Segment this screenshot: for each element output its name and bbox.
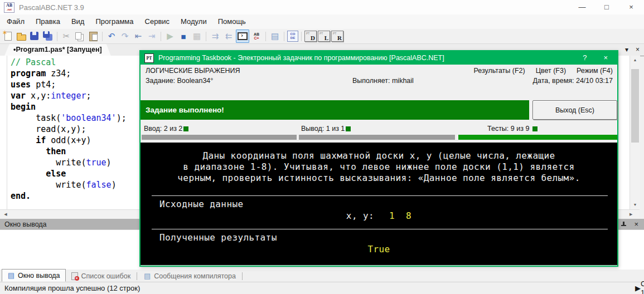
taskbook-help-icon[interactable]: ? [583, 51, 587, 65]
tab-1[interactable]: Окно вывода [2, 269, 66, 282]
vertical-scroll-thumb[interactable] [631, 69, 639, 143]
icon-text: DE [290, 36, 295, 40]
menu-item-6[interactable]: Модули [175, 14, 212, 29]
menu-item-4[interactable]: Программа [90, 14, 139, 29]
copy-icon[interactable] [74, 30, 86, 42]
input-header: Исходные данные [159, 199, 244, 210]
taskbook-close-icon[interactable]: × [603, 51, 608, 65]
console-divider [152, 195, 608, 196]
maximize-icon[interactable]: □ [602, 0, 612, 14]
toolbar-separator [265, 32, 266, 41]
icon-letter: D [311, 35, 315, 41]
bottom-tabs: Окно выводаСписок ошибокСообщения компил… [0, 270, 644, 282]
prev-statement-icon[interactable]: ⇇ [222, 30, 235, 42]
save-all-icon[interactable] [42, 30, 54, 42]
code-line-2: program z34; [11, 68, 127, 79]
menu-item-2[interactable]: Правка [30, 14, 66, 29]
scroll-right-icon[interactable] [630, 210, 638, 219]
tab-2[interactable]: Список ошибок [66, 270, 136, 282]
input-label: x, y: [346, 210, 374, 221]
close-icon[interactable]: × [626, 0, 636, 14]
redo-icon[interactable]: ↷ [119, 30, 131, 42]
file-tab[interactable]: •Program1.pas* [Запущен] [4, 44, 111, 56]
progress-bar [142, 135, 297, 140]
stop-icon[interactable]: ■ [177, 30, 190, 42]
taskbook-link-3[interactable]: Режим (F4) [577, 67, 613, 75]
close-file-icon[interactable]: × [636, 45, 640, 54]
icon-letter: R [337, 35, 342, 41]
taskbook-title-bar[interactable]: PT Programming Taskbook - Электронный за… [141, 51, 617, 65]
compile-grid-icon[interactable]: ▦ [191, 30, 203, 42]
new-file-icon[interactable] [2, 30, 14, 42]
minimize-icon[interactable]: — [577, 0, 587, 14]
pt-load-icon[interactable]: L [318, 31, 330, 42]
output-window-icon [7, 272, 15, 280]
taskbook-link-2[interactable]: Цвет (F3) [536, 67, 566, 75]
undo-icon[interactable]: ↶ [105, 30, 118, 42]
cut-icon[interactable]: ✂ [60, 30, 72, 42]
goto-prev-icon[interactable]: ⇤ [132, 30, 144, 42]
menu-item-7[interactable]: Помощь [212, 14, 251, 29]
code-line-12: write(false) [11, 179, 127, 190]
outline-icon[interactable]: ▤ [269, 30, 281, 42]
pt-demo-icon[interactable]: D [304, 31, 317, 42]
code-line-10: write(true) [11, 157, 127, 168]
console-divider [152, 229, 608, 229]
status-line: Строка 13 [641, 280, 644, 294]
output-panel-title: Окно вывода [4, 220, 47, 228]
abc-module-icon[interactable]: ABC+ [250, 30, 263, 42]
editor-vertical-scrollbar[interactable] [630, 56, 640, 209]
icon-text: C+ [254, 36, 259, 40]
executor-label: Выполняет: mikhail [352, 77, 414, 85]
run-icon[interactable]: ▶ [164, 30, 176, 42]
taskbook-console: Даны координаты поля шахматной доски x, … [141, 143, 617, 265]
status-square-icon [532, 126, 538, 131]
code-templates-icon[interactable]: CODE [287, 31, 298, 42]
toolbar-separator [206, 32, 206, 41]
toolbar-separator [161, 32, 161, 41]
menu-item-1[interactable]: Файл [1, 14, 30, 29]
code-line-3: uses pt4; [11, 79, 127, 90]
file-tab-label: •Program1.pas* [Запущен] [13, 46, 102, 53]
goto-next-icon[interactable]: ⇥ [146, 30, 158, 42]
toolbar: ✂↶↷⇤⇥▶■▦⇉⇇ABC+▤CODEDLR [0, 29, 644, 44]
status-square-icon [346, 126, 351, 131]
output-header: Полученные результаты [159, 232, 277, 243]
icon-text: AB [254, 32, 259, 36]
taskbook-controls: ?× [583, 51, 608, 65]
tab-label: Окно вывода [18, 272, 60, 280]
scroll-down-icon[interactable] [630, 200, 640, 209]
open-file-icon[interactable] [15, 30, 27, 42]
menu-item-5[interactable]: Сервис [139, 14, 176, 29]
save-icon[interactable] [28, 30, 41, 42]
code-line-1: // Pascal [11, 57, 127, 68]
task-text-line: Даны координаты поля шахматной доски x, … [141, 150, 617, 161]
paste-icon[interactable] [87, 30, 99, 42]
code-area[interactable]: // Pascalprogram z34;uses pt4;var x,y:in… [11, 57, 127, 202]
counter-label: Ввод: 2 из 2 [144, 125, 182, 133]
code-line-9: then [11, 146, 127, 157]
progress-bar [458, 135, 617, 140]
counter-2: Вывод: 1 из 1 [299, 121, 455, 140]
next-statement-icon[interactable]: ⇉ [209, 30, 221, 42]
menu-item-3[interactable]: Вид [66, 14, 90, 29]
icon-text: CO [290, 32, 296, 36]
output-value: True [141, 244, 617, 255]
code-line-8: if odd(x+y) [11, 135, 127, 146]
tab-label: Список ошибок [81, 272, 131, 280]
pin-icon[interactable] [621, 221, 626, 227]
console-icon[interactable] [236, 30, 249, 43]
tab-list-icon[interactable]: ▾ [625, 45, 628, 54]
exit-button[interactable]: Выход (Esc) [532, 100, 617, 120]
pascalabc-window: AB .net PascalABC.NET 3.9 —□× ФайлПравка… [0, 0, 644, 294]
app-icon-text: AB [6, 3, 12, 8]
close-panel-icon[interactable] [634, 220, 638, 228]
tab-3[interactable]: Сообщения компилятора [138, 270, 241, 282]
scroll-up-icon[interactable] [630, 56, 640, 65]
code-line-5: begin [11, 101, 127, 112]
pt-result-icon[interactable]: R [331, 31, 343, 42]
datetime-label: Дата, время: 24/10 03:17 [532, 77, 613, 85]
scroll-left-icon[interactable] [1, 210, 10, 219]
taskbook-link-1[interactable]: Результаты (F2) [473, 67, 525, 75]
taskbook-links: Результаты (F2)Цвет (F3)Режим (F4) [473, 67, 613, 75]
